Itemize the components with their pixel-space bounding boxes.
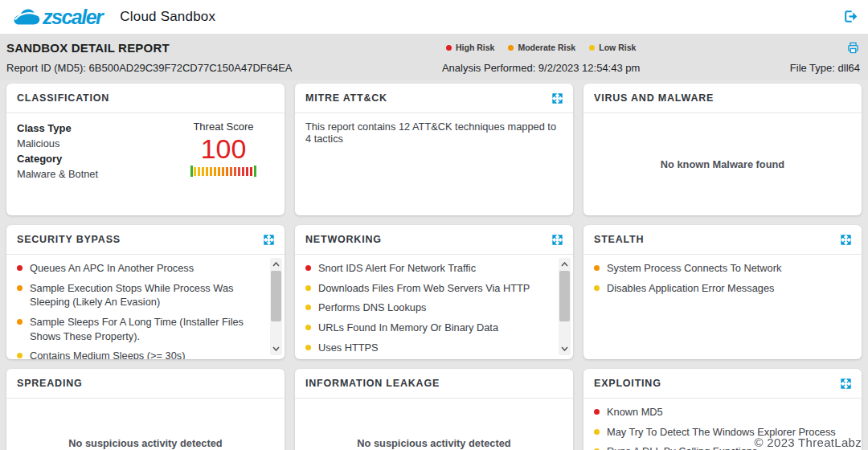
mitre-summary: This report contains 12 ATT&CK technique… [295,113,573,152]
category-value: Malware & Botnet [17,166,98,182]
card-title: NETWORKING [305,234,382,245]
file-type: File Type: dll64 [790,62,860,74]
report-title: SANDBOX DETAIL REPORT [6,41,293,55]
high-risk-dot [305,265,311,271]
scroll-down-arrow[interactable] [270,343,282,354]
card-title: EXPLOITING [594,378,661,389]
high-risk-dot [594,409,600,415]
report-id: Report ID (MD5): 6B500AD29C39F72CD77C150… [6,62,293,74]
card-spreading: SPREADING No suspicious activity detecte… [6,369,285,450]
gauge-cap-right [254,166,256,177]
list-item: System Process Connects To Network [594,261,837,276]
list-item-text: Uses HTTPS [318,341,379,355]
class-type-value: Malicious [17,136,98,151]
scroll-up-arrow[interactable] [270,259,282,270]
stealth-list: System Process Connects To NetworkDisabl… [583,255,862,295]
list-item-text: Low Risk [599,43,636,52]
list-item-text: Sample Sleeps For A Long Time (Installer… [30,315,260,343]
expand-button[interactable] [552,93,563,104]
list-item: Snort IDS Alert For Network Traffic [305,261,549,276]
category-label: Category [17,151,98,166]
list-item-text: Downloads Files From Web Servers Via HTT… [318,281,530,296]
low-risk-dot [305,305,311,310]
cards-grid: CLASSIFICATION Class Type Malicious Cate… [0,80,868,450]
logout-button[interactable] [843,9,858,24]
card-title: STEALTH [594,234,644,245]
list-item-text: Contains Medium Sleeps (>= 30s) [30,349,185,359]
zscaler-wordmark: zscaler [43,6,102,29]
copyright-watermark: © 2023 ThreatLabz [755,436,862,449]
list-item: Sample Execution Stops While Process Was… [17,281,260,309]
card-title: CLASSIFICATION [17,92,109,104]
scrollbar-thumb[interactable] [271,271,281,321]
expand-icon [552,235,563,245]
card-security-bypass: SECURITY BYPASS Queues An APC In Another… [6,225,285,359]
list-item: Downloads Files From Web Servers Via HTT… [305,281,549,296]
top-bar: zscaler Cloud Sandbox [0,0,868,34]
class-type-label: Class Type [17,121,98,136]
moderate-risk-dot [17,319,23,325]
low-risk-dot [589,45,595,51]
threat-score-gauge [176,166,271,177]
risk-legend: High RiskModerate RiskLow Risk [446,43,636,52]
list-item-text: High Risk [456,43,494,52]
print-button[interactable] [846,41,860,55]
threat-score-label: Threat Score [176,121,271,133]
list-item: Disables Application Error Messages [594,281,837,296]
low-risk-dot [594,429,600,435]
scroll-up-arrow[interactable] [559,259,571,270]
list-item-text: Moderate Risk [518,43,575,52]
list-item-text: System Process Connects To Network [607,261,781,276]
list-item-text: URLs Found In Memory Or Binary Data [318,321,498,335]
gauge-cap-left [190,166,193,177]
card-virus-and-malware: VIRUS AND MALWARE No known Malware found [583,84,862,215]
card-stealth: STEALTH System Process Connects To Netwo… [583,225,862,359]
scrollbar-thumb[interactable] [559,271,570,321]
list-item: Low Risk [589,43,636,52]
virus-empty-message: No known Malware found [583,113,862,215]
logout-icon [843,9,858,24]
list-item-text: Known MD5 [607,405,663,419]
threat-score-value: 100 [176,133,271,164]
expand-icon [841,235,851,245]
scrollbar[interactable] [559,258,571,355]
expand-icon [841,378,851,389]
moderate-risk-dot [594,265,600,271]
expand-icon [552,93,563,104]
scroll-down-arrow[interactable] [559,343,571,354]
low-risk-dot [17,353,23,358]
security-bypass-list: Queues An APC In Another ProcessSample E… [6,255,285,359]
gauge-stripes [194,167,253,176]
expand-button[interactable] [841,235,851,245]
card-mitre-attack: MITRE ATT&CK This report contains 12 ATT… [295,84,573,215]
card-classification: CLASSIFICATION Class Type Malicious Cate… [6,84,285,215]
list-item: Contains Medium Sleeps (>= 30s) [17,349,260,359]
list-item: Performs DNS Lookups [305,301,549,315]
low-risk-dot [305,325,311,330]
list-item: High Risk [446,43,494,52]
list-item: URLs Found In Memory Or Binary Data [305,321,549,335]
expand-button[interactable] [841,378,851,389]
list-item-text: Disables Application Error Messages [607,281,774,296]
zscaler-cloud-icon [11,7,40,27]
list-item-text: Runs A DLL By Calling Functions [607,444,757,450]
low-risk-dot [594,285,600,291]
high-risk-dot [17,265,23,271]
page-title: Cloud Sandbox [120,9,215,25]
low-risk-dot [305,345,311,350]
list-item-text: Sample Execution Stops While Process Was… [30,281,260,309]
card-title: INFORMATION LEAKAGE [305,378,440,389]
expand-icon [264,235,274,245]
high-risk-dot [446,45,452,51]
expand-button[interactable] [552,235,563,245]
expand-button[interactable] [264,235,274,245]
card-title: MITRE ATT&CK [305,92,387,104]
list-item: Moderate Risk [508,43,575,52]
scrollbar[interactable] [270,258,282,355]
list-item-text: Queues An APC In Another Process [30,261,194,276]
card-networking: NETWORKING Snort IDS Alert For Network T… [295,225,573,359]
networking-list: Snort IDS Alert For Network TrafficDownl… [295,255,573,359]
list-item-text: Performs DNS Lookups [318,301,426,315]
printer-icon [846,41,860,55]
spreading-empty-message: No suspicious activity detected [6,399,285,449]
